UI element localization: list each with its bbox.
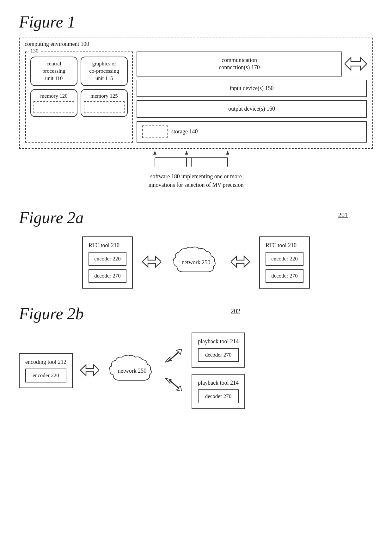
computing-environment-box: computing environment 100 130 central pr… bbox=[19, 38, 373, 149]
fig2b-playback-top-decoder-box: decoder 270 bbox=[198, 348, 239, 362]
fig2b-playback-bottom-box: playback tool 214 decoder 270 bbox=[192, 374, 245, 409]
figure-2b-header: Figure 2b 202 bbox=[19, 304, 373, 329]
svg-marker-9 bbox=[142, 256, 161, 267]
double-arrow-right-icon bbox=[231, 254, 250, 270]
output-device-box: output device(s) 160 bbox=[137, 100, 367, 118]
figure-2a-title: Figure 2a bbox=[19, 208, 84, 227]
fig2b-playback-bottom-decoder-box: decoder 270 bbox=[198, 389, 239, 403]
figure-1-title: Figure 1 bbox=[19, 13, 373, 31]
software-section: software 180 implementing one or more in… bbox=[19, 149, 373, 189]
fig2b-double-arrow-left-icon bbox=[80, 362, 99, 378]
svg-marker-0 bbox=[345, 58, 367, 70]
fig2b-network-cloud: network 250 bbox=[107, 353, 157, 388]
inner-box-130: 130 central processing unit 110 graphics… bbox=[25, 52, 133, 143]
double-arrow-icon bbox=[345, 56, 367, 72]
svg-marker-6 bbox=[153, 151, 156, 155]
fig2a-left-decoder-box: decoder 270 bbox=[89, 269, 126, 283]
fig2a-ref-num: 201 bbox=[338, 211, 348, 219]
fig2a-right-rtc-box: RTC tool 210 encoder 220 decoder 270 bbox=[259, 236, 310, 289]
software-label: software 180 implementing one or more in… bbox=[148, 172, 243, 189]
fig2a-left-rtc-box: RTC tool 210 encoder 220 decoder 270 bbox=[82, 236, 133, 289]
computing-env-label: computing environment 100 bbox=[25, 41, 89, 47]
fig2b-content: encoding tool 212 encoder 220 network 25… bbox=[19, 333, 373, 409]
input-device-box: input device(s) 150 bbox=[137, 80, 367, 97]
storage-inner-dashed bbox=[142, 125, 168, 138]
fig2b-arrow-top-icon bbox=[165, 349, 184, 365]
fig2a-right-encoder-box: encoder 220 bbox=[266, 252, 303, 266]
memory-120-label: memory 120 bbox=[34, 93, 74, 99]
figure-2a-section: Figure 2a 201 RTC tool 210 encoder 220 d… bbox=[19, 208, 373, 289]
right-column: communication connection(s) 170 input de… bbox=[137, 52, 367, 143]
memory-row: memory 120 memory 125 bbox=[30, 89, 128, 117]
figure-1-section: Figure 1 computing environment 100 130 c… bbox=[19, 13, 373, 189]
fig2a-content: RTC tool 210 encoder 220 decoder 270 net… bbox=[19, 236, 373, 289]
svg-marker-10 bbox=[231, 256, 250, 267]
inner-box-label: 130 bbox=[29, 48, 40, 54]
svg-marker-13 bbox=[165, 378, 182, 391]
fig2b-arrow-bottom bbox=[165, 376, 184, 393]
storage-box: storage 140 bbox=[137, 121, 367, 143]
fig2a-left-rtc-title: RTC tool 210 bbox=[89, 242, 126, 249]
fig2b-playback-column: playback tool 214 decoder 270 playback t… bbox=[192, 333, 245, 409]
cpu-gpu-grid: central processing unit 110 graphics or … bbox=[30, 57, 128, 86]
fig2b-arrow-top bbox=[165, 349, 184, 366]
fig2a-network-cloud: network 250 bbox=[171, 245, 221, 280]
fig2b-playback-top-title: playback tool 214 bbox=[198, 338, 239, 345]
fig2a-network-label: network 250 bbox=[182, 259, 210, 266]
fig2b-encoding-box: encoding tool 212 encoder 220 bbox=[19, 353, 73, 388]
svg-marker-8 bbox=[226, 151, 229, 155]
double-arrow-left-icon bbox=[142, 254, 161, 270]
cpu-box: central processing unit 110 bbox=[30, 57, 77, 86]
memory-125-inner-dashed bbox=[84, 101, 125, 113]
fig2b-split-arrows bbox=[165, 349, 184, 393]
fig2b-arrow-bottom-icon bbox=[165, 376, 184, 391]
memory-125-box: memory 125 bbox=[81, 89, 128, 117]
memory-120-inner-dashed bbox=[34, 101, 74, 113]
comm-row: communication connection(s) 170 bbox=[137, 52, 367, 76]
svg-marker-7 bbox=[185, 151, 188, 155]
fig2a-right-rtc-title: RTC tool 210 bbox=[266, 242, 303, 249]
fig2b-ref-num: 202 bbox=[231, 308, 240, 315]
fig2b-playback-bottom-title: playback tool 214 bbox=[198, 380, 239, 386]
gpu-box: graphics or co-processing unit 115 bbox=[81, 57, 128, 86]
fig2a-right-arrow bbox=[231, 254, 250, 271]
software-arrows-icon bbox=[117, 148, 275, 167]
fig2b-left-arrow bbox=[80, 362, 99, 379]
fig2b-encoder-box: encoder 220 bbox=[25, 369, 66, 382]
figure-2b-section: Figure 2b 202 encoding tool 212 encoder … bbox=[19, 304, 373, 409]
communication-box: communication connection(s) 170 bbox=[137, 52, 342, 76]
fig2a-left-arrow bbox=[142, 254, 161, 271]
fig2b-encoding-title: encoding tool 212 bbox=[25, 359, 66, 365]
fig2a-right-decoder-box: decoder 270 bbox=[266, 269, 303, 283]
memory-120-box: memory 120 bbox=[30, 89, 77, 117]
fig2a-left-encoder-box: encoder 220 bbox=[89, 252, 126, 266]
figure-2a-header: Figure 2a 201 bbox=[19, 208, 373, 233]
memory-125-label: memory 125 bbox=[84, 93, 125, 99]
fig2b-network-label: network 250 bbox=[118, 367, 146, 374]
fig2b-playback-top-box: playback tool 214 decoder 270 bbox=[192, 333, 245, 368]
figure-2b-title: Figure 2b bbox=[19, 304, 84, 323]
comm-arrow bbox=[345, 56, 367, 72]
svg-marker-12 bbox=[165, 349, 182, 362]
svg-marker-11 bbox=[80, 365, 99, 376]
